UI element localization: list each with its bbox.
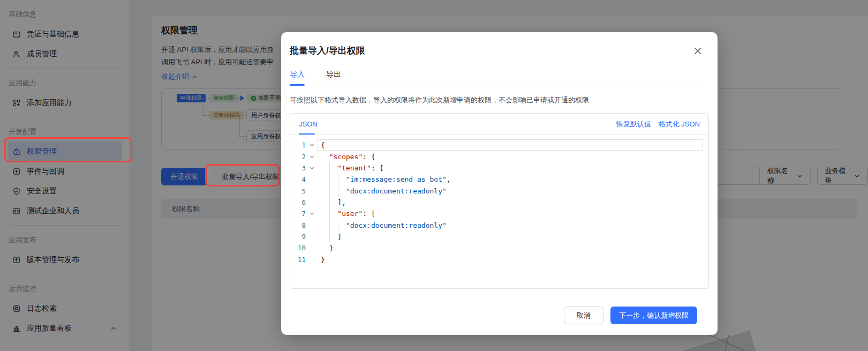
code-content: "user": [ <box>318 208 703 219</box>
code-line: 5 "docx:document:readonly" <box>290 185 708 196</box>
code-content: "scopes": { <box>318 151 703 162</box>
json-format-tab[interactable]: JSON <box>299 114 318 135</box>
tabs-divider <box>290 86 709 86</box>
line-number: 9 <box>290 233 306 241</box>
code-content: ] <box>318 231 703 242</box>
code-line: 2 "scopes": { <box>290 151 708 162</box>
screen: 基础信息凭证与基础信息成员管理应用能力添加应用能力开发配置权限管理事件与回调安全… <box>0 0 868 351</box>
line-number: 1 <box>290 141 306 149</box>
code-lines: 1{2 "scopes": {3 "tenant": [4 "im:messag… <box>290 139 708 265</box>
fold-chevron-icon[interactable] <box>306 165 318 171</box>
line-number: 3 <box>290 164 306 172</box>
line-number: 10 <box>290 244 306 252</box>
code-content: "im:message:send_as_bot", <box>318 174 703 185</box>
code-content: { <box>318 139 703 151</box>
code-content: } <box>318 253 703 265</box>
indent-guide <box>338 174 338 197</box>
tab-import[interactable]: 导入 <box>290 70 305 86</box>
indent-guide <box>329 162 330 243</box>
line-number: 8 <box>290 221 306 229</box>
code-line: 6 ], <box>290 197 708 208</box>
restore-default-link[interactable]: 恢复默认值 <box>616 120 651 129</box>
fold-chevron-icon[interactable] <box>306 211 318 216</box>
fold-chevron-icon[interactable] <box>306 142 318 148</box>
code-line: 11} <box>290 253 708 265</box>
code-content: "docx:document:readonly" <box>318 185 703 196</box>
code-content: } <box>318 242 703 253</box>
line-number: 4 <box>290 175 306 183</box>
indent-guide <box>338 220 338 231</box>
code-line: 9 ] <box>290 231 708 242</box>
json-editor-header: JSON 恢复默认值 格式化 JSON <box>290 114 708 135</box>
code-line: 3 "tenant": [ <box>290 162 708 174</box>
line-number: 5 <box>290 187 306 195</box>
code-content: "tenant": [ <box>318 162 703 174</box>
line-number: 2 <box>290 153 306 161</box>
format-json-link[interactable]: 格式化 JSON <box>659 120 700 129</box>
code-line: 7 "user": [ <box>290 208 708 219</box>
modal-tabs: 导入 导出 <box>290 70 709 86</box>
modal-footer: 取消 下一步，确认新增权限 <box>564 307 697 324</box>
code-editor[interactable]: 1{2 "scopes": {3 "tenant": [4 "im:messag… <box>290 135 708 289</box>
cancel-button[interactable]: 取消 <box>564 307 603 324</box>
line-number: 6 <box>290 198 306 206</box>
code-content: ], <box>318 197 703 208</box>
code-line: 10 } <box>290 242 708 253</box>
modal-title: 批量导入/导出权限 <box>290 32 709 57</box>
modal-description: 可按照以下格式导入数据，导入的权限将作为此次新增申请的权限，不会影响已申请或开通… <box>290 95 709 105</box>
code-content: "docx:document:readonly" <box>318 219 703 230</box>
confirm-next-button[interactable]: 下一步，确认新增权限 <box>610 307 697 324</box>
line-number: 7 <box>290 210 306 218</box>
line-number: 11 <box>290 256 306 264</box>
code-line: 4 "im:message:send_as_bot", <box>290 174 708 185</box>
code-line: 1{ <box>290 139 708 151</box>
tab-export[interactable]: 导出 <box>326 70 341 86</box>
batch-import-export-modal: 批量导入/导出权限 导入 导出 可按照以下格式导入数据，导入的权限将作为此次新增… <box>281 32 718 335</box>
json-editor-panel: JSON 恢复默认值 格式化 JSON 1{2 "scopes": {3 "te… <box>290 113 709 289</box>
fold-chevron-icon[interactable] <box>306 154 318 160</box>
close-icon[interactable] <box>692 45 704 57</box>
code-line: 8 "docx:document:readonly" <box>290 219 708 230</box>
